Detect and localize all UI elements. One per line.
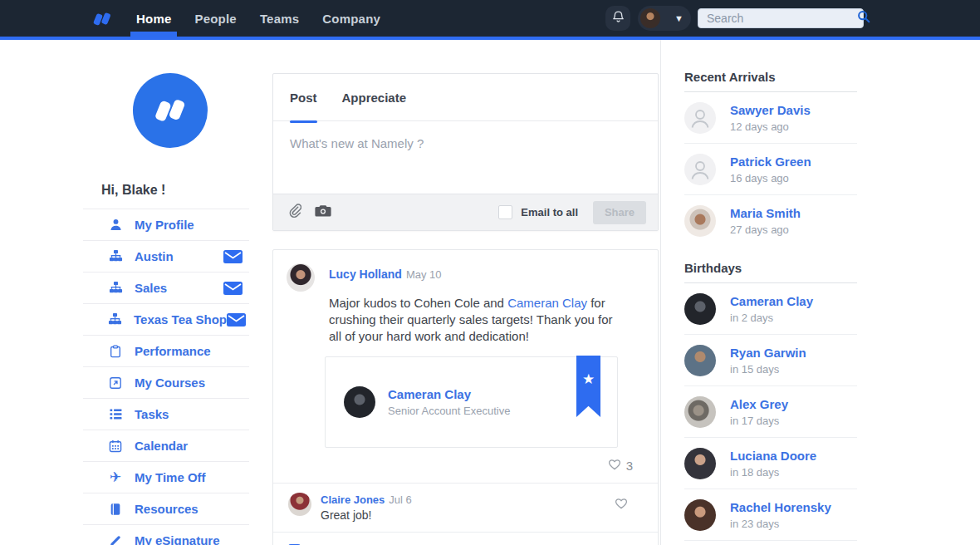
add-comment-button[interactable]: + Add Comment — [287, 533, 644, 545]
birthday-row[interactable]: Ryan Garwinin 15 days — [684, 335, 857, 386]
tab-appreciate[interactable]: Appreciate — [342, 74, 407, 121]
camera-icon[interactable] — [315, 204, 331, 220]
chevron-down-icon: ▼ — [674, 14, 684, 23]
nav-tab-home-label: Home — [136, 12, 171, 26]
birthday-row[interactable]: Rachel Horenskyin 23 days — [684, 489, 857, 541]
person-link[interactable]: Ryan Garwin — [730, 346, 806, 360]
sidebar-item-performance[interactable]: Performance — [83, 335, 249, 366]
post-text: Major kudos to Cohen Cole and — [329, 296, 507, 310]
comment-author-avatar[interactable] — [288, 493, 311, 516]
composer-footer: Email to all Share — [273, 194, 658, 230]
sidebar-item-austin[interactable]: Austin — [83, 240, 249, 272]
nav-tabs: Home People Teams Company — [136, 0, 380, 37]
user-avatar — [640, 8, 660, 28]
person-when: in 15 days — [730, 363, 806, 376]
sidebar-item-my-esignature[interactable]: My eSignature — [83, 524, 249, 545]
person-link[interactable]: Cameran Clay — [730, 294, 813, 308]
sidebar-item-texas-tea-shop[interactable]: Texas Tea Shop — [83, 303, 249, 335]
sidebar-item-label: Sales — [135, 281, 167, 295]
composer-input[interactable]: What's new at Namely ? — [273, 121, 658, 165]
mail-icon[interactable] — [223, 282, 243, 295]
sidebar-item-sales[interactable]: Sales — [83, 272, 249, 303]
search-icon[interactable] — [857, 10, 870, 27]
search-input[interactable] — [707, 12, 857, 25]
star-icon: ★ — [582, 371, 595, 417]
person-link[interactable]: Luciana Doore — [730, 449, 816, 463]
nav-tab-teams[interactable]: Teams — [260, 0, 299, 37]
sidebar-item-calendar[interactable]: Calendar — [83, 430, 249, 461]
sidebar-item-label: Texas Tea Shop — [134, 312, 227, 327]
heart-icon[interactable] — [615, 497, 628, 513]
sidebar-item-tasks[interactable]: Tasks — [83, 398, 249, 430]
nav-tab-home[interactable]: Home — [136, 0, 171, 37]
sidebar-item-label: Performance — [135, 344, 211, 358]
mention-link[interactable]: Cameran Clay — [507, 296, 587, 310]
post-composer: Post Appreciate What's new at Namely ? E… — [272, 73, 659, 231]
birthday-row[interactable]: Cameran Clayin 2 days — [684, 283, 857, 335]
sidebar-item-label: My Courses — [135, 376, 205, 390]
feed-column: Post Appreciate What's new at Namely ? E… — [272, 40, 659, 545]
appreciation-card[interactable]: Cameran Clay Senior Account Executive ★ — [325, 356, 618, 448]
person-when: in 2 days — [730, 312, 813, 324]
nav-tab-people[interactable]: People — [194, 0, 236, 37]
appreciated-user-link[interactable]: Cameran Clay — [388, 387, 510, 401]
person-when: 27 days ago — [730, 223, 801, 236]
sidebar-item-resources[interactable]: Resources — [83, 493, 249, 524]
comment: Claire JonesJul 6 Great job! — [287, 484, 644, 522]
user-menu[interactable]: ▼ — [638, 6, 691, 31]
person-avatar — [684, 448, 716, 479]
greeting-text: Hi, Blake ! — [101, 183, 165, 198]
sidebar-item-my-profile[interactable]: My Profile — [83, 209, 249, 240]
composer-tabs: Post Appreciate — [273, 74, 658, 121]
recent-arrivals-title: Recent Arrivals — [684, 70, 857, 84]
heart-icon[interactable] — [608, 458, 621, 473]
share-button[interactable]: Share — [593, 201, 646, 224]
calendar-icon — [108, 439, 123, 454]
sidebar-item-label: My Time Off — [135, 470, 206, 484]
post-author-link[interactable]: Lucy Holland — [329, 268, 402, 281]
comment-date: Jul 6 — [389, 493, 411, 506]
top-nav: Home People Teams Company ▼ — [0, 0, 980, 37]
person-avatar — [684, 499, 716, 531]
sidebar-item-label: My Profile — [135, 218, 194, 232]
person-link[interactable]: Maria Smith — [730, 206, 801, 220]
mail-icon[interactable] — [223, 250, 243, 263]
birthday-row[interactable]: Alex Greyin 17 days — [684, 386, 857, 438]
search-box — [698, 8, 864, 28]
person-link[interactable]: Rachel Horensky — [730, 500, 831, 514]
email-to-all-label: Email to all — [521, 206, 578, 218]
org-chart-icon — [108, 312, 122, 327]
company-logo[interactable] — [133, 73, 208, 148]
namely-logo-icon[interactable] — [90, 7, 115, 32]
nav-tab-people-label: People — [194, 12, 236, 26]
tab-post[interactable]: Post — [290, 74, 317, 121]
mail-icon[interactable] — [227, 313, 246, 327]
comment-author-link[interactable]: Claire Jones — [321, 493, 385, 506]
person-link[interactable]: Sawyer Davis — [730, 103, 811, 117]
notifications-button[interactable] — [605, 6, 630, 31]
sidebar-item-label: Calendar — [135, 439, 188, 453]
appreciation-ribbon: ★ — [576, 356, 600, 417]
appreciated-user-title: Senior Account Executive — [388, 405, 510, 417]
arrival-row[interactable]: Maria Smith27 days ago — [684, 195, 857, 247]
arrival-row[interactable]: Sawyer Davis12 days ago — [684, 92, 857, 144]
post-author-avatar[interactable] — [287, 263, 315, 292]
attachment-icon[interactable] — [288, 204, 301, 222]
birthday-row[interactable]: Luciana Doorein 18 days — [684, 438, 857, 489]
person-avatar — [684, 205, 716, 237]
person-link[interactable]: Patrick Green — [730, 155, 811, 169]
arrival-row[interactable]: Patrick Green16 days ago — [684, 144, 857, 195]
comment-text: Great job! — [321, 508, 412, 522]
sidebar-item-my-courses[interactable]: My Courses — [83, 366, 249, 398]
feed-post: Lucy HollandMay 10 Major kudos to Cohen … — [272, 249, 659, 545]
email-to-all-checkbox[interactable] — [498, 205, 512, 219]
person-link[interactable]: Alex Grey — [730, 397, 788, 411]
person-when: in 18 days — [730, 466, 816, 479]
person-icon — [108, 218, 123, 233]
courses-icon — [108, 376, 123, 390]
post-date: May 10 — [406, 268, 442, 281]
nav-tab-company[interactable]: Company — [322, 0, 380, 37]
sidebar-item-my-time-off[interactable]: ✈ My Time Off — [83, 461, 249, 493]
pencil-icon — [108, 533, 123, 545]
person-avatar — [684, 396, 716, 428]
